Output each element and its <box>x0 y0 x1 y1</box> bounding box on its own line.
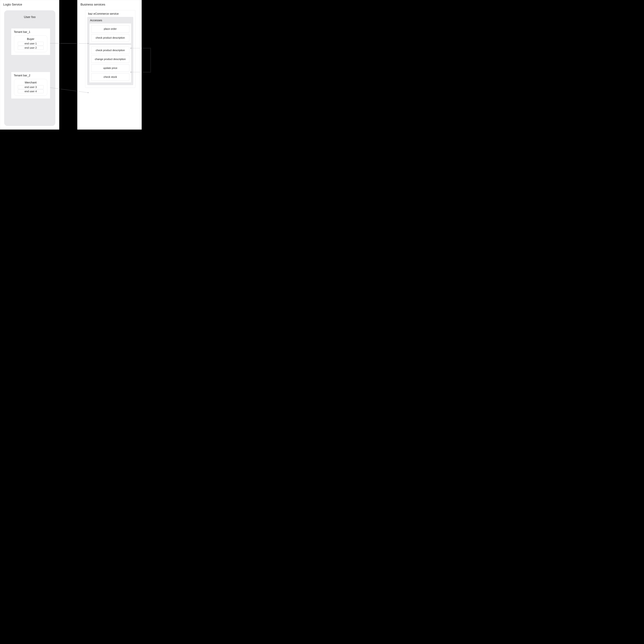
merchant-role: Merchant end user 3 end user 4 <box>14 79 47 96</box>
access-place-order: place order <box>91 25 129 33</box>
access-change-product-description: change product description <box>91 56 129 63</box>
user-foo-title: User foo <box>4 11 55 19</box>
accesses-block: Accesses place order check product descr… <box>87 17 133 85</box>
buyer-role-title: Buyer <box>18 37 44 41</box>
end-user-3: end user 3 <box>18 85 44 89</box>
end-user-1: end user 1 <box>18 42 44 45</box>
business-services-title: Business services <box>77 0 142 6</box>
logto-service-title: Logto Service <box>0 0 59 6</box>
tenant-bar-2-title: Tenant bar_2 <box>14 74 48 77</box>
merchant-accesses-group: check product description change product… <box>89 45 131 83</box>
logto-service-panel: Logto Service User foo Tenant bar_1 Buye… <box>0 0 59 130</box>
diagram-canvas: Logto Service User foo Tenant bar_1 Buye… <box>0 0 155 130</box>
merchant-role-title: Merchant <box>18 81 44 84</box>
end-user-2: end user 2 <box>18 46 44 50</box>
ecommerce-service-title: baz eCommerce service <box>88 12 133 15</box>
access-check-stock: check stock <box>91 73 129 81</box>
buyer-role: Buyer end user 1 end user 2 <box>14 35 47 52</box>
business-services-panel: Business services baz eCommerce service … <box>77 0 142 130</box>
end-user-4: end user 4 <box>18 90 44 93</box>
tenant-bar-1-title: Tenant bar_1 <box>14 30 48 34</box>
access-update-price: update price <box>91 64 129 72</box>
access-check-product-description-buyer: check product description <box>91 34 129 41</box>
accesses-title: Accesses <box>90 19 131 22</box>
ecommerce-service-block: baz eCommerce service Accesses place ord… <box>85 10 135 88</box>
user-foo-block: User foo Tenant bar_1 Buyer end user 1 e… <box>4 10 55 126</box>
tenant-bar-2: Tenant bar_2 Merchant end user 3 end use… <box>11 72 50 99</box>
buyer-accesses-group: place order check product description <box>89 23 131 43</box>
access-check-product-description-merchant: check product description <box>91 47 129 54</box>
tenant-bar-1: Tenant bar_1 Buyer end user 1 end user 2 <box>11 28 50 55</box>
